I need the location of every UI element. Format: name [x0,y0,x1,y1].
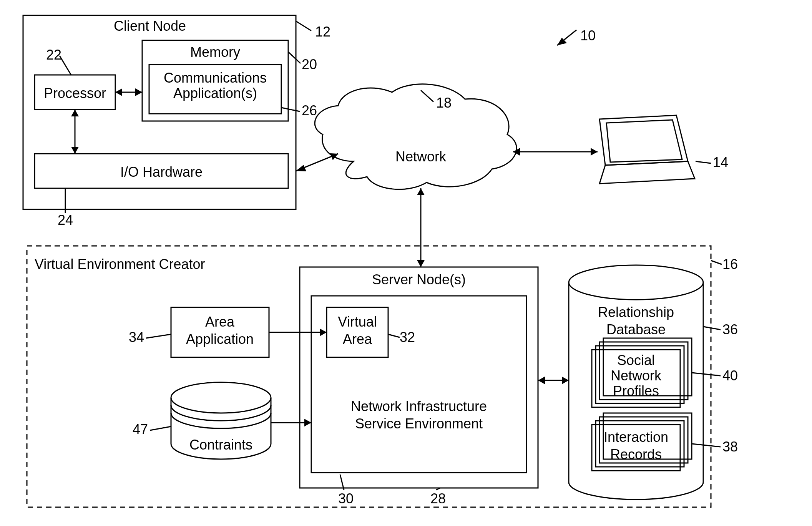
svg-marker-29 [304,419,311,426]
diagram-canvas: Client Node Memory Communications Applic… [0,0,812,526]
vec-label: Virtual Environment Creator [35,256,205,272]
svg-marker-12 [115,88,122,96]
interaction-records-stack: Interaction Records [592,413,692,471]
svg-point-0 [171,382,271,413]
snp-line1: Social [617,352,655,368]
ir-line1: Interaction [604,429,668,445]
ref-18: 18 [436,95,452,111]
io-hardware-label: I/O Hardware [120,164,203,180]
svg-marker-24 [417,188,425,195]
svg-marker-22 [591,148,598,156]
processor-label: Processor [44,85,106,101]
comm-app-line1: Communications [164,70,267,86]
svg-marker-32 [562,377,569,384]
vec-box [27,246,711,507]
ref-36: 36 [722,322,738,337]
server-nodes-box [300,267,538,488]
ref-20: 20 [302,56,317,72]
svg-point-1 [569,265,703,300]
virtual-area-line2: Area [343,331,372,347]
constraints-label: Contraints [189,437,252,453]
ref-10: 10 [580,28,596,43]
ref-26: 26 [302,103,317,118]
ref-12: 12 [315,24,330,40]
client-node-label: Client Node [114,18,186,34]
client-node-box [23,15,296,209]
ref-28: 28 [430,491,446,506]
ref-16: 16 [722,256,738,272]
svg-marker-18 [296,165,306,171]
laptop-icon [599,115,695,184]
ref-24: 24 [58,212,73,228]
network-label: Network [395,149,447,164]
ref-47: 47 [133,421,148,437]
svg-marker-31 [538,377,545,384]
virtual-area-line1: Virtual [338,314,377,330]
ref-32: 32 [400,329,415,345]
ref-14: 14 [713,154,728,170]
area-app-line1: Area [205,314,235,330]
snp-line3: Profiles [613,383,659,399]
social-network-profiles-stack: Social Network Profiles [592,338,692,407]
ref-34: 34 [129,329,144,345]
rel-db-line2: Database [606,322,666,337]
constraints-cylinder: Contraints [171,382,271,459]
rel-db-line1: Relationship [598,304,674,320]
ref-22: 22 [46,47,61,63]
svg-marker-13 [135,88,142,96]
nise-line1: Network Infrastructure [351,398,487,414]
svg-marker-15 [71,110,79,116]
ref-30: 30 [338,491,354,506]
server-nodes-label: Server Node(s) [372,272,466,287]
svg-marker-27 [320,329,327,336]
ref-40: 40 [722,368,738,383]
svg-marker-25 [417,260,425,267]
memory-label: Memory [190,44,240,60]
snp-line2: Network [611,368,662,383]
network-cloud: Network [315,84,516,189]
svg-marker-16 [71,147,79,154]
area-app-line2: Application [186,331,254,347]
nise-line2: Service Environment [355,416,483,431]
comm-app-line2: Application(s) [173,85,257,101]
ref-38: 38 [722,439,738,455]
ir-line2: Records [610,446,662,462]
